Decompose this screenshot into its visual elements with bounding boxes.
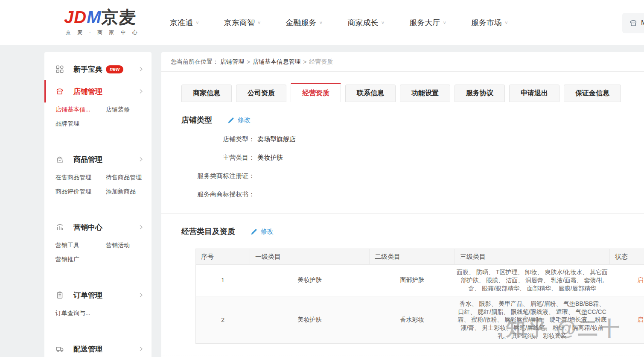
category-table: 序号 一级类目 二级类目 三级类目 状态 1 美妆护肤 面部护肤 面膜、 防晒、…	[195, 249, 644, 344]
field-trademark-authorization: 服务商商标授权书：	[181, 190, 644, 199]
cell-level2: 面部护肤	[370, 265, 455, 296]
field-label: 主营类目：	[181, 154, 255, 162]
sidebar-item-peisongguanli[interactable]: 配送管理	[44, 338, 152, 357]
nav-jinrongfuwu[interactable]: 金融服务∨	[286, 18, 323, 28]
field-label: 服务类商标注册证：	[181, 172, 255, 180]
nav-label: 服务市场	[471, 18, 502, 28]
shop-type-section: 店铺类型 修改 店铺类型： 卖场型旗舰店 主营类目： 美妆护肤 服务类商标注册证…	[161, 102, 644, 199]
field-label: 店铺类型：	[181, 135, 255, 143]
field-trademark-registration: 服务类商标注册证：	[181, 172, 644, 180]
breadcrumb-separator: >	[247, 59, 250, 65]
tab-jingyingzizhi[interactable]: 经营资质	[291, 83, 341, 102]
nav-fuwudating[interactable]: 服务大厅∨	[409, 18, 446, 28]
field-shop-type: 店铺类型： 卖场型旗舰店	[181, 135, 644, 143]
cell-level3: 香水、 眼影、 美甲产品、 眉笔/眉粉、 气垫BB/BB霜、 口红、 腮红/胭脂…	[455, 296, 610, 343]
clipboard-icon	[55, 291, 64, 299]
breadcrumb-item-jingyingzizhi: 经营资质	[309, 58, 333, 66]
breadcrumb: 您当前所在位置： 店铺管理 > 店铺基本信息管理 > 经营资质	[161, 52, 644, 72]
nav-label: 京准通	[170, 18, 193, 28]
nav-jingzhuntong[interactable]: 京准通∨	[170, 18, 199, 28]
sidebar-item-dingdanguanli[interactable]: 订单管理	[44, 284, 152, 306]
new-badge: new	[106, 65, 123, 73]
sidebar-sub-dingdanchaxun[interactable]: 订单查询与...	[55, 310, 106, 317]
breadcrumb-separator: >	[303, 59, 306, 65]
sidebar-sub-dianpujibenxinxi[interactable]: 店铺基本信...	[55, 106, 106, 114]
top-header: JDM京麦 京 麦 · 商 家 中 心 京准通∨ 京东商智∨ 金融服务∨ 商家成…	[0, 0, 644, 45]
logo-m: M	[87, 8, 101, 26]
cell-status: 启	[610, 296, 644, 343]
breadcrumb-prefix: 您当前所在位置：	[171, 58, 219, 66]
cell-level1: 美妆护肤	[250, 265, 370, 296]
table-row: 2 美妆护肤 香水彩妆 香水、 眼影、 美甲产品、 眉笔/眉粉、 气垫BB/BB…	[196, 296, 644, 343]
breadcrumb-item-jibenxinxi[interactable]: 店铺基本信息管理	[253, 58, 300, 66]
chevron-right-icon	[138, 156, 144, 162]
breadcrumb-item-dianpuguanli[interactable]: 店铺管理	[220, 58, 244, 66]
chevron-down-icon: ∨	[443, 20, 446, 25]
chevron-down-icon: ∨	[381, 20, 385, 25]
col-header-level2: 二级类目	[370, 249, 455, 265]
tab-gongnengshezhi[interactable]: 功能设置	[400, 85, 450, 102]
sidebar-item-shangpinguanli[interactable]: 商品管理	[44, 148, 152, 170]
cell-status: 启	[610, 265, 644, 296]
sidebar-children-shangpinguanli: 在售商品管理 待售商品管理 商品评价管理 添加新商品	[44, 170, 152, 200]
sidebar-sub-daishou[interactable]: 待售商品管理	[106, 174, 147, 181]
chevron-right-icon	[138, 346, 144, 352]
sidebar-sub-gongju[interactable]: 营销工具	[55, 242, 106, 249]
tab-shangjiaxinxi[interactable]: 商家信息	[181, 85, 232, 102]
tab-lianxixinxi[interactable]: 联系信息	[345, 85, 396, 102]
sidebar-item-dianpuguanli[interactable]: 店铺管理	[44, 80, 152, 102]
sidebar-item-label: 新手宝典	[73, 64, 102, 74]
col-header-status: 状态	[610, 249, 644, 265]
sidebar-sub-huodong[interactable]: 营销活动	[106, 242, 147, 249]
nav-shangjiachengzhang[interactable]: 商家成长∨	[347, 18, 385, 28]
chart-icon	[55, 223, 64, 231]
cell-level2: 香水彩妆	[370, 296, 455, 343]
field-value: 卖场型旗舰店	[257, 135, 296, 143]
tab-baozhengjinxinxi[interactable]: 保证金信息	[564, 85, 621, 102]
cell-no: 2	[196, 296, 250, 343]
sidebar-sub-dianpuzhuangxiu[interactable]: 店铺装修	[106, 106, 147, 114]
sidebar-item-xinshoubaodian[interactable]: 新手宝典 new	[44, 58, 152, 80]
sidebar-item-yingxiaozhongxin[interactable]: 营销中心	[44, 216, 152, 238]
tab-fuwuxieyi[interactable]: 服务协议	[455, 85, 505, 102]
chevron-right-icon	[138, 292, 144, 298]
shop-type-edit-button[interactable]: 修改	[227, 116, 251, 124]
nav-fuwushichang[interactable]: 服务市场∨	[471, 18, 508, 28]
category-edit-button[interactable]: 修改	[251, 228, 274, 236]
sidebar-children-dingdanguanli: 订单查询与...	[44, 306, 152, 322]
sidebar-sub-tianjia[interactable]: 添加新商品	[106, 188, 147, 196]
col-header-no: 序号	[196, 249, 250, 265]
chevron-down-icon: ∨	[195, 20, 199, 25]
tab-gongsizizhi[interactable]: 公司资质	[236, 85, 286, 102]
dashed-separator	[161, 355, 644, 355]
chevron-right-icon	[138, 66, 144, 72]
sidebar-item-label: 配送管理	[73, 344, 102, 354]
category-section-title: 经营类目及资质	[181, 226, 235, 237]
logo-cn: 京麦	[101, 8, 136, 26]
main-content: 您当前所在位置： 店铺管理 > 店铺基本信息管理 > 经营资质 商家信息 公司资…	[161, 52, 644, 357]
nav-jingdongshangzhi[interactable]: 京东商智∨	[224, 18, 261, 28]
edit-label: 修改	[238, 116, 251, 124]
store-icon	[55, 87, 64, 96]
grid-icon	[55, 65, 64, 73]
tab-shenqingtuichu[interactable]: 申请退出	[509, 85, 559, 102]
truck-icon	[55, 345, 64, 353]
sidebar-sub-zaishou[interactable]: 在售商品管理	[55, 174, 106, 181]
chevron-down-icon: ∨	[504, 20, 508, 25]
nav-label: 服务大厅	[409, 18, 440, 28]
sidebar-children-yingxiaozhongxin: 营销工具 营销活动 营销推广	[44, 238, 152, 268]
jdm-logo[interactable]: JDM京麦 京 麦 · 商 家 中 心	[64, 8, 158, 36]
sidebar-sub-pinpaiguanli[interactable]: 品牌管理	[55, 120, 106, 128]
shop-type-title: 店铺类型	[181, 115, 212, 125]
store-icon	[629, 19, 638, 27]
chevron-right-icon	[138, 224, 144, 230]
col-header-level3: 三级类目	[455, 249, 610, 265]
sidebar-sub-tuiguang[interactable]: 营销推广	[55, 256, 106, 263]
cell-no: 1	[196, 265, 250, 296]
account-shop-button[interactable]: M	[622, 13, 644, 33]
edit-label: 修改	[261, 228, 274, 236]
field-label: 服务商商标授权书：	[181, 190, 255, 199]
sidebar-item-label: 商品管理	[73, 155, 102, 164]
sidebar-sub-pingjia[interactable]: 商品评价管理	[55, 188, 106, 196]
chevron-down-icon: ∨	[257, 20, 261, 25]
